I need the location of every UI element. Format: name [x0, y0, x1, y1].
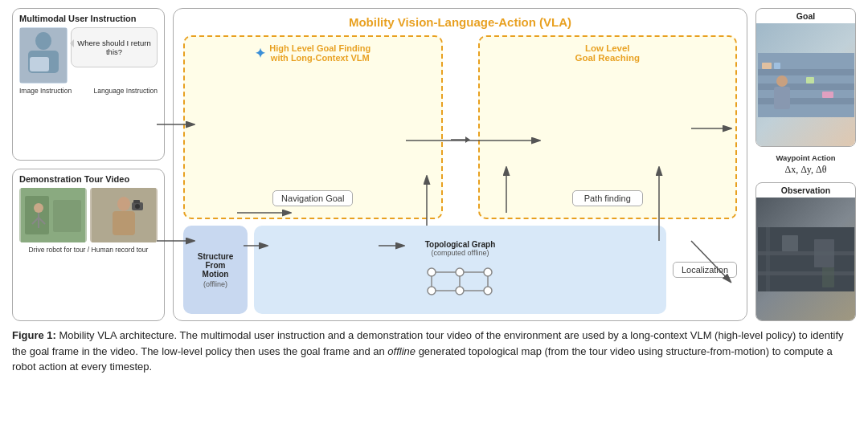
person-image: [19, 27, 68, 84]
vla-rows: ✦ High Level Goal Findingwith Long-Conte…: [183, 35, 737, 314]
sfm-title: StructureFromMotion: [198, 252, 233, 279]
svg-point-7: [34, 203, 43, 213]
main-container: Multimodal User Instruction Wh: [0, 0, 868, 444]
svg-rect-6: [53, 200, 81, 232]
svg-rect-13: [113, 211, 135, 235]
svg-rect-5: [25, 196, 49, 234]
goal-image: [756, 23, 855, 146]
demo-box: Demonstration Tour Video: [12, 169, 165, 321]
svg-point-29: [428, 287, 436, 295]
waypoint-area: Waypoint Action Δx, Δy, Δθ: [755, 153, 856, 176]
obs-image: [756, 198, 855, 320]
svg-rect-40: [774, 63, 780, 69]
svg-point-26: [428, 268, 436, 276]
demo-image-2: [90, 188, 158, 242]
topo-sub: (computed offline): [432, 249, 489, 257]
topo-box: Topological Graph (computed offline): [254, 226, 666, 314]
caption: Figure 1: Mobility VLA architecture. The…: [12, 328, 856, 375]
svg-rect-38: [758, 98, 854, 104]
svg-rect-44: [774, 87, 790, 109]
svg-rect-51: [822, 267, 834, 287]
hl-to-ll-arrow: [449, 59, 472, 219]
svg-point-31: [484, 287, 492, 295]
vla-panel: Mobility Vision-Language-Action (VLA) ✦ …: [173, 8, 747, 321]
localization-label: Localization: [673, 262, 737, 278]
svg-point-16: [135, 204, 140, 209]
right-panel: Goal: [755, 8, 856, 321]
goal-img-box: Goal: [755, 8, 856, 147]
demo-label: Drive robot for tour / Human record tour: [19, 246, 158, 254]
svg-marker-18: [465, 136, 470, 143]
path-finding-label: Path finding: [572, 190, 643, 206]
obs-img-box: Observation: [755, 182, 856, 321]
sfm-box: StructureFromMotion (offline): [183, 226, 248, 314]
diagram-wrapper: Multimodal User Instruction Wh: [12, 8, 856, 321]
left-panel: Multimodal User Instruction Wh: [12, 8, 165, 321]
ll-title: Low Level Goal Reaching: [575, 43, 640, 63]
instruction-inner: Where should I return this?: [19, 27, 158, 84]
demo-title: Demonstration Tour Video: [19, 174, 158, 184]
waypoint-label: Waypoint Action: [776, 153, 835, 162]
topo-title: Topological Graph: [425, 240, 496, 249]
vla-title: Mobility Vision-Language-Action (VLA): [183, 15, 737, 29]
svg-rect-39: [762, 63, 772, 69]
speech-bubble: Where should I return this?: [71, 27, 158, 67]
svg-rect-3: [30, 57, 49, 71]
svg-rect-49: [782, 235, 798, 251]
vla-bot-row: StructureFromMotion (offline) Topologica…: [183, 226, 737, 314]
svg-rect-45: [758, 227, 854, 291]
svg-rect-48: [766, 227, 770, 291]
instruction-labels: Image Instruction Language Instruction: [19, 87, 158, 95]
img-label: Image Instruction: [19, 87, 72, 95]
svg-rect-42: [822, 92, 833, 98]
demo-inner: [19, 188, 158, 242]
svg-point-28: [484, 268, 492, 276]
instruction-box: Multimodal User Instruction Wh: [12, 8, 165, 161]
svg-rect-50: [814, 239, 834, 267]
localization-container: Localization: [673, 226, 737, 314]
lang-label: Language Instruction: [94, 87, 158, 95]
svg-rect-15: [133, 200, 140, 203]
sfm-sub: (offline): [203, 280, 227, 288]
figure-label: Figure 1:: [12, 329, 56, 341]
svg-point-27: [456, 268, 464, 276]
caption-italic: offline: [387, 345, 416, 357]
waypoint-formula: Δx, Δy, Δθ: [784, 164, 826, 176]
svg-point-12: [117, 197, 130, 211]
svg-rect-41: [806, 77, 814, 84]
svg-point-1: [35, 32, 51, 50]
hl-title: ✦ High Level Goal Findingwith Long-Conte…: [255, 43, 371, 63]
high-level-box: ✦ High Level Goal Findingwith Long-Conte…: [183, 35, 443, 219]
instruction-title: Multimodal User Instruction: [19, 14, 158, 23]
svg-rect-47: [758, 271, 854, 275]
graph-svg: [416, 260, 504, 300]
svg-point-43: [776, 75, 788, 87]
diamond-icon: ✦: [255, 46, 265, 61]
svg-point-30: [456, 287, 464, 295]
vla-top-row: ✦ High Level Goal Findingwith Long-Conte…: [183, 35, 737, 219]
nav-goal-label: Navigation Goal: [272, 190, 353, 206]
svg-rect-36: [758, 69, 854, 75]
svg-rect-37: [758, 84, 854, 90]
svg-rect-46: [758, 251, 854, 255]
obs-label: Observation: [781, 183, 830, 198]
low-level-box: Low Level Goal Reaching Path finding: [478, 35, 738, 219]
demo-image-1: [19, 188, 87, 242]
goal-label: Goal: [796, 9, 815, 23]
